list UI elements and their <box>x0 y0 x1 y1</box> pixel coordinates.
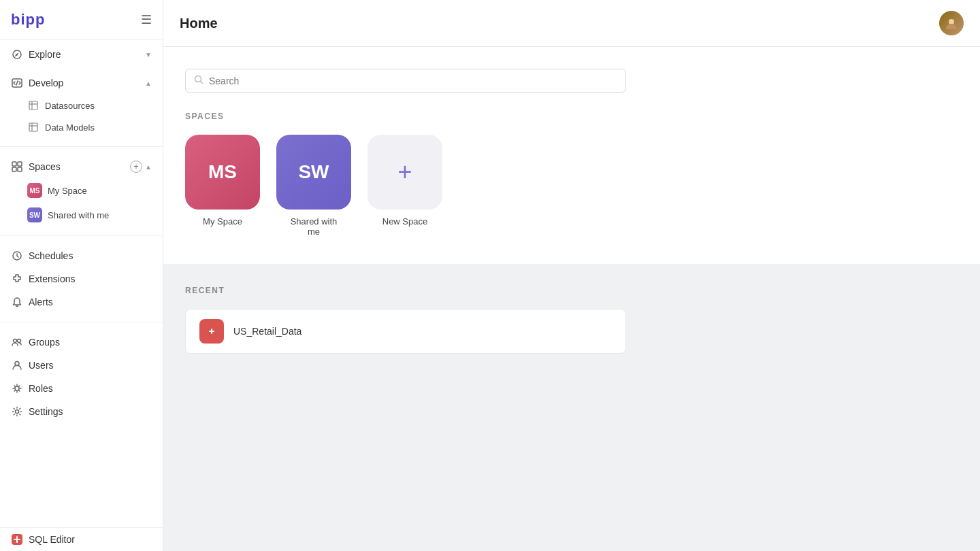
svg-point-13 <box>14 339 17 343</box>
sidebar-item-settings[interactable]: Settings <box>0 400 163 423</box>
svg-point-14 <box>18 339 21 343</box>
sidebar-item-my-space[interactable]: MS My Space <box>0 178 163 203</box>
svg-rect-2 <box>29 101 37 110</box>
shared-with-me-card-label: Shared withme <box>291 216 338 237</box>
search-input[interactable] <box>209 76 617 86</box>
sidebar-item-spaces[interactable]: Spaces + ▲ <box>0 155 163 178</box>
shared-space-avatar: SW <box>27 207 42 222</box>
svg-rect-9 <box>18 162 22 166</box>
alerts-icon <box>11 296 23 308</box>
user-avatar[interactable] <box>939 11 964 35</box>
develop-label: Develop <box>29 78 63 88</box>
svg-point-19 <box>949 19 954 24</box>
svg-rect-5 <box>29 123 37 131</box>
recent-item-us-retail[interactable]: US_Retail_Data <box>185 309 626 354</box>
roles-label: Roles <box>29 383 53 394</box>
page-title: Home <box>180 16 218 31</box>
my-space-card[interactable]: MS My Space <box>185 135 260 227</box>
sidebar-item-datasources[interactable]: Datasources <box>0 95 163 116</box>
sql-editor-icon <box>11 533 23 546</box>
sidebar-item-groups[interactable]: Groups <box>0 331 163 354</box>
schedules-icon <box>11 250 23 262</box>
app-logo: bipp <box>11 11 45 29</box>
roles-icon <box>11 382 23 395</box>
users-label: Users <box>29 360 54 371</box>
explore-section: Explore ▼ <box>0 40 163 69</box>
extensions-icon <box>11 273 23 285</box>
sidebar-item-schedules[interactable]: Schedules <box>0 244 163 267</box>
sidebar-item-develop[interactable]: Develop ▲ <box>0 71 163 95</box>
hamburger-icon[interactable]: ☰ <box>141 12 152 27</box>
groups-icon <box>11 336 23 348</box>
sidebar-item-shared-with-me[interactable]: SW Shared with me <box>0 203 163 227</box>
develop-icon <box>11 77 23 89</box>
new-space-card[interactable]: + New Space <box>368 135 442 227</box>
new-space-card-label: New Space <box>382 216 427 227</box>
settings-label: Settings <box>29 406 63 417</box>
sidebar-item-extensions[interactable]: Extensions <box>0 267 163 290</box>
sidebar-item-users[interactable]: Users <box>0 354 163 377</box>
bottom-nav-section: Schedules Extensions Alerts <box>0 241 163 316</box>
add-space-button[interactable]: + <box>130 161 142 173</box>
my-space-label: My Space <box>48 186 87 196</box>
main-content: Home SPACES <box>163 0 980 551</box>
content-bottom: RECENT US_Retail_Data <box>163 264 980 551</box>
admin-nav-section: Groups Users Roles <box>0 328 163 426</box>
content-top: SPACES MS My Space SW Shared withme + <box>163 47 980 264</box>
my-space-card-label: My Space <box>203 216 242 227</box>
sql-editor-label: SQL Editor <box>29 534 75 545</box>
sidebar-item-explore[interactable]: Explore ▼ <box>0 43 163 66</box>
my-space-card-icon: MS <box>185 135 260 210</box>
datasources-label: Datasources <box>45 101 95 111</box>
spaces-collapse-icon[interactable]: ▲ <box>145 163 152 171</box>
spaces-grid: MS My Space SW Shared withme + New Space <box>185 135 958 237</box>
develop-collapse-icon[interactable]: ▲ <box>145 80 152 87</box>
shared-with-me-label: Shared with me <box>48 210 109 220</box>
explore-label: Explore <box>29 49 61 60</box>
extensions-label: Extensions <box>29 273 75 284</box>
alerts-label: Alerts <box>29 297 53 307</box>
recent-item-label: US_Retail_Data <box>233 326 301 337</box>
recent-item-icon <box>199 319 224 344</box>
spaces-section: SPACES MS My Space SW Shared withme + <box>185 112 958 237</box>
user-avatar-img <box>939 11 964 35</box>
sidebar-item-data-models[interactable]: Data Models <box>0 116 163 138</box>
sidebar-item-alerts[interactable]: Alerts <box>0 290 163 314</box>
explore-icon <box>11 48 23 61</box>
svg-rect-10 <box>12 167 16 171</box>
sidebar-header: bipp ☰ <box>0 0 163 40</box>
sidebar-footer: SQL Editor <box>0 527 163 551</box>
users-icon <box>11 359 23 371</box>
develop-section: Develop ▲ Datasources <box>0 69 163 141</box>
svg-rect-8 <box>12 162 16 166</box>
sidebar: bipp ☰ Explore ▼ <box>0 0 163 551</box>
search-bar[interactable] <box>185 69 626 93</box>
schedules-label: Schedules <box>29 250 73 261</box>
svg-rect-11 <box>18 167 22 171</box>
spaces-nav-section: Spaces + ▲ MS My Space SW Shared with me <box>0 152 163 230</box>
datasources-icon <box>27 99 39 112</box>
sidebar-item-roles[interactable]: Roles <box>0 377 163 400</box>
my-space-avatar: MS <box>27 183 42 198</box>
main-header: Home <box>163 0 980 47</box>
sidebar-item-sql-editor[interactable]: SQL Editor <box>0 528 163 551</box>
recent-section-title: RECENT <box>185 286 958 295</box>
search-icon <box>194 75 203 86</box>
spaces-section-title: SPACES <box>185 112 958 121</box>
new-space-card-icon: + <box>368 135 442 210</box>
main-body: SPACES MS My Space SW Shared withme + <box>163 47 980 551</box>
svg-point-17 <box>16 410 19 414</box>
spaces-icon <box>11 161 23 173</box>
groups-label: Groups <box>29 337 60 348</box>
explore-collapse-icon[interactable]: ▼ <box>145 51 152 59</box>
shared-with-me-card[interactable]: SW Shared withme <box>276 135 351 237</box>
settings-icon <box>11 405 23 418</box>
shared-with-me-card-icon: SW <box>276 135 351 210</box>
data-models-label: Data Models <box>45 122 95 133</box>
data-models-icon <box>27 121 39 133</box>
spaces-nav-label: Spaces <box>29 161 61 172</box>
